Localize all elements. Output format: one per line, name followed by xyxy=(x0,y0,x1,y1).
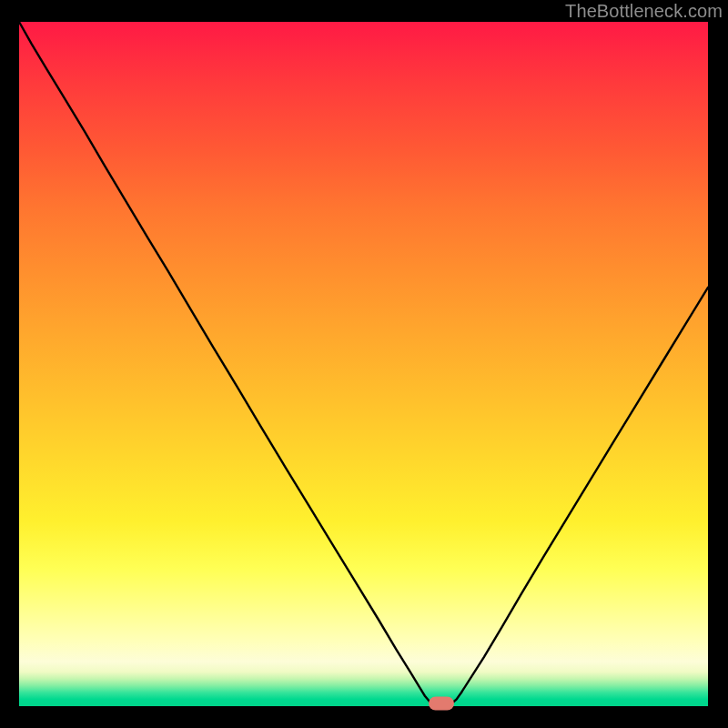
bottleneck-curve xyxy=(19,22,708,706)
optimal-point-marker xyxy=(429,696,454,710)
watermark-text: TheBottleneck.com xyxy=(565,1,723,22)
chart-frame xyxy=(19,22,708,706)
